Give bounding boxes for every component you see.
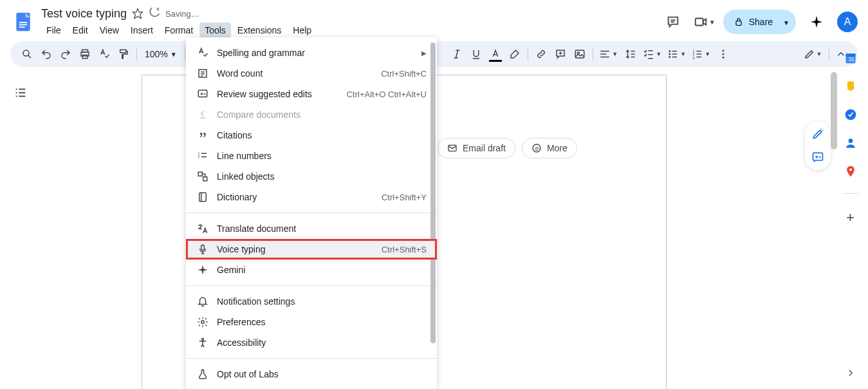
align-icon[interactable]: ▼ xyxy=(597,45,620,63)
underline-icon[interactable] xyxy=(467,45,485,63)
bullet-list-icon[interactable]: ▼ xyxy=(665,45,688,63)
spellcheck-icon xyxy=(196,47,209,59)
suggestions-icon[interactable] xyxy=(811,151,824,164)
menu-edit[interactable]: Edit xyxy=(68,23,93,38)
paint-format-icon[interactable] xyxy=(115,45,133,63)
contacts-icon[interactable] xyxy=(844,137,857,149)
svg-text:@: @ xyxy=(535,146,539,151)
comments-button[interactable] xyxy=(660,9,686,35)
svg-rect-65 xyxy=(198,172,202,176)
menu-view[interactable]: View xyxy=(95,23,124,38)
share-button[interactable]: Share xyxy=(723,10,783,34)
highlight-icon[interactable] xyxy=(506,45,524,63)
keep-icon[interactable] xyxy=(844,80,857,93)
get-addons-icon[interactable]: + xyxy=(846,209,854,226)
svg-rect-8 xyxy=(736,21,741,26)
document-title[interactable]: Test voice typing xyxy=(41,7,127,21)
add-comment-icon[interactable] xyxy=(551,45,569,63)
hide-panel-icon[interactable] xyxy=(845,367,856,379)
dd-compare-documents: Compare documents xyxy=(186,104,437,125)
svg-point-71 xyxy=(202,338,204,340)
editing-mode-icon[interactable]: ▼ xyxy=(799,45,826,63)
svg-rect-3 xyxy=(19,26,25,28)
gemini-button[interactable] xyxy=(804,9,829,35)
svg-text:31: 31 xyxy=(848,56,854,62)
dd-notifications[interactable]: Notification settings xyxy=(186,291,437,312)
redo-icon[interactable] xyxy=(57,45,75,63)
dd-word-count[interactable]: Word count Ctrl+Shift+C xyxy=(186,63,437,84)
star-icon[interactable] xyxy=(132,8,143,19)
tasks-icon[interactable] xyxy=(844,108,857,121)
share-dropdown[interactable]: ▼ xyxy=(777,10,796,34)
svg-rect-69 xyxy=(201,245,205,250)
saving-icon xyxy=(149,8,160,19)
numbered-list-icon[interactable]: 123▼ xyxy=(690,45,713,63)
calendar-icon[interactable]: 31 xyxy=(844,52,857,64)
print-icon[interactable] xyxy=(76,45,94,63)
dd-opt-out-labs[interactable]: Opt out of Labs xyxy=(186,364,437,384)
more-icon[interactable] xyxy=(714,45,732,63)
svg-point-37 xyxy=(722,50,724,52)
italic-icon[interactable] xyxy=(448,45,466,63)
checklist-icon[interactable]: ▼ xyxy=(641,45,664,63)
menu-file[interactable]: File xyxy=(41,23,66,38)
menu-tools[interactable]: Tools xyxy=(199,23,231,38)
menu-help[interactable]: Help xyxy=(288,23,317,38)
preferences-icon xyxy=(196,316,209,328)
divider xyxy=(186,358,437,359)
submenu-arrow-icon: ▶ xyxy=(421,50,427,57)
dd-line-numbers[interactable]: 12 Line numbers xyxy=(186,146,437,166)
spellcheck-icon[interactable] xyxy=(95,45,113,63)
docs-logo[interactable] xyxy=(10,9,36,35)
link-icon[interactable] xyxy=(532,45,550,63)
dd-gemini[interactable]: Gemini xyxy=(186,260,437,280)
menu-format[interactable]: Format xyxy=(160,23,198,38)
accessibility-icon xyxy=(196,337,209,348)
chip-more[interactable]: @ More xyxy=(522,138,577,158)
dd-translate[interactable]: Translate document xyxy=(186,218,437,239)
image-icon[interactable] xyxy=(571,45,589,63)
zoom-selector[interactable]: 100%▼ xyxy=(141,49,181,59)
chip-email-draft[interactable]: Email draft xyxy=(438,138,515,158)
undo-icon[interactable] xyxy=(37,45,55,63)
svg-rect-2 xyxy=(19,24,27,26)
gemini-icon xyxy=(196,264,209,276)
header-actions: ▼ Share ▼ A xyxy=(660,9,858,35)
labs-icon xyxy=(196,368,209,380)
account-avatar[interactable]: A xyxy=(837,12,858,32)
line-spacing-icon[interactable] xyxy=(622,45,640,63)
dictionary-icon xyxy=(196,191,209,203)
dd-preferences[interactable]: Preferences xyxy=(186,312,437,332)
svg-text:3: 3 xyxy=(693,56,695,60)
meet-button[interactable]: ▼ xyxy=(694,9,716,35)
svg-point-70 xyxy=(201,321,205,324)
svg-point-55 xyxy=(849,168,851,171)
svg-rect-20 xyxy=(575,50,584,58)
review-icon xyxy=(196,88,209,100)
divider xyxy=(186,213,437,213)
dd-review-suggested[interactable]: Review suggested edits Ctrl+Alt+O Ctrl+A… xyxy=(186,84,437,104)
dd-citations[interactable]: Citations xyxy=(186,125,437,146)
svg-marker-4 xyxy=(133,9,143,19)
svg-rect-67 xyxy=(199,193,207,202)
side-panel: 31 + xyxy=(832,44,868,389)
svg-point-54 xyxy=(848,138,853,143)
svg-rect-14 xyxy=(120,50,126,53)
menu-insert[interactable]: Insert xyxy=(125,23,158,38)
dd-dictionary[interactable]: Dictionary Ctrl+Shift+Y xyxy=(186,187,437,207)
title-area: Test voice typing Saving… File Edit View… xyxy=(41,6,660,38)
dd-accessibility[interactable]: Accessibility xyxy=(186,332,437,353)
saving-status: Saving… xyxy=(165,9,199,19)
search-icon[interactable] xyxy=(18,45,36,63)
svg-point-39 xyxy=(722,57,724,59)
bell-icon xyxy=(196,296,209,307)
outline-toggle[interactable] xyxy=(10,82,31,103)
maps-icon[interactable] xyxy=(844,165,857,178)
ai-edit-icon[interactable] xyxy=(811,128,824,140)
dd-spelling-grammar[interactable]: Spelling and grammar ▶ xyxy=(186,43,437,63)
svg-point-25 xyxy=(669,51,670,52)
dd-voice-typing[interactable]: Voice typing Ctrl+Shift+S xyxy=(186,239,437,260)
dd-linked-objects[interactable]: Linked objects xyxy=(186,166,437,187)
text-color-icon[interactable] xyxy=(486,45,504,63)
menu-extensions[interactable]: Extensions xyxy=(232,23,286,38)
